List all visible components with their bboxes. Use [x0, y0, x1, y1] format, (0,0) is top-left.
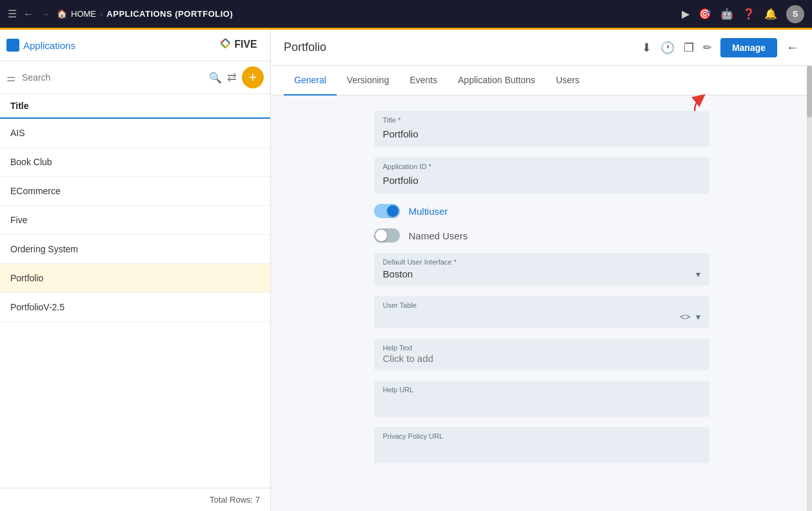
code-icon[interactable]: <> — [680, 312, 690, 322]
default-ui-field: Default User Interface * Boston ▾ — [374, 253, 709, 286]
multiuser-toggle[interactable] — [374, 204, 400, 218]
default-ui-chevron[interactable]: ▾ — [696, 269, 700, 279]
manage-button[interactable]: Manage — [720, 38, 777, 57]
tab-users[interactable]: Users — [546, 66, 590, 95]
user-table-field: User Table <> ▾ — [374, 296, 709, 328]
form-inner: Title * Application ID * M — [374, 111, 709, 463]
named-users-thumb — [375, 230, 387, 241]
tab-general[interactable]: General — [284, 66, 337, 95]
tab-events[interactable]: Events — [399, 66, 448, 95]
list-item[interactable]: AIS — [0, 119, 270, 148]
header-actions: ⬇ 🕐 ❐ ✏ Manage ← — [642, 38, 799, 57]
home-icon: 🏠 — [57, 9, 67, 19]
svg-line-3 — [221, 43, 226, 48]
help-url-label: Help URL — [383, 386, 700, 394]
user-table-icons: <> ▾ — [680, 312, 700, 322]
help-text-click-add[interactable]: Click to add — [383, 353, 700, 364]
privacy-policy-label: Privacy Policy URL — [383, 432, 700, 440]
named-users-toggle[interactable] — [374, 228, 400, 243]
user-table-row: <> ▾ — [383, 312, 700, 322]
app-id-label: Application ID * — [383, 163, 700, 170]
breadcrumb-separator: › — [100, 9, 103, 19]
sidebar: Applications FIVE ⚌ — [0, 30, 271, 511]
default-ui-label: Default User Interface * — [383, 258, 700, 266]
forward-nav-icon[interactable]: → — [40, 8, 50, 20]
transfer-icon[interactable]: ⇄ — [227, 70, 237, 85]
sidebar-header: Applications FIVE — [0, 30, 270, 61]
robot-icon[interactable]: 🤖 — [720, 8, 733, 20]
back-nav-icon[interactable]: ← — [23, 8, 34, 20]
list-item[interactable]: ECommerce — [0, 177, 270, 206]
app-id-input[interactable] — [383, 173, 700, 187]
search-icon[interactable]: 🔍 — [209, 72, 222, 84]
help-url-field: Help URL — [374, 381, 709, 417]
page-title: APPLICATIONS (PORTFOLIO) — [106, 9, 233, 19]
list-item-portfolio[interactable]: Portfolio — [0, 264, 270, 293]
apps-icon — [6, 39, 19, 52]
default-ui-select-row: Boston ▾ — [383, 268, 700, 279]
filter-icon[interactable]: ⚌ — [6, 72, 15, 84]
help-icon[interactable]: ❓ — [742, 8, 755, 20]
svg-text:FIVE: FIVE — [235, 39, 257, 50]
user-table-chevron[interactable]: ▾ — [696, 312, 700, 322]
list-items: AIS Book Club ECommerce Five Ordering Sy… — [0, 119, 270, 488]
history-icon[interactable]: 🕐 — [660, 41, 675, 55]
breadcrumb: 🏠 HOME › APPLICATIONS (PORTFOLIO) — [57, 9, 233, 19]
back-button[interactable]: ← — [786, 40, 799, 55]
search-input-wrap — [21, 70, 204, 85]
hamburger-icon[interactable]: ☰ — [8, 8, 17, 20]
five-logo: FIVE — [219, 35, 264, 55]
multiuser-row: Multiuser — [374, 204, 709, 218]
topbar: ☰ ← → 🏠 HOME › APPLICATIONS (PORTFOLIO) … — [0, 0, 812, 30]
copy-icon[interactable]: ❐ — [684, 41, 694, 55]
help-text-label: Help Text — [383, 344, 700, 352]
tab-versioning[interactable]: Versioning — [337, 66, 399, 95]
topbar-right: ▶ 🎯 🤖 ❓ 🔔 S — [682, 5, 804, 23]
svg-line-2 — [226, 39, 230, 43]
title-label: Title * — [383, 116, 700, 124]
home-label[interactable]: HOME — [71, 9, 96, 19]
content-area: Portfolio ⬇ 🕐 ❐ ✏ Manage ← General Versi… — [271, 30, 812, 511]
list-footer: Total Rows: 7 — [0, 488, 270, 511]
svg-line-4 — [226, 43, 230, 48]
help-text-field: Help Text Click to add — [374, 339, 709, 370]
apps-text[interactable]: Applications — [23, 40, 75, 51]
title-input[interactable] — [383, 126, 700, 141]
named-users-track — [374, 228, 400, 243]
avatar[interactable]: S — [786, 5, 804, 23]
main-layout: Applications FIVE ⚌ — [0, 30, 812, 511]
total-rows: Total Rows: 7 — [210, 495, 260, 505]
user-table-label: User Table — [383, 301, 700, 309]
named-users-row: Named Users — [374, 228, 709, 243]
search-input[interactable] — [21, 70, 204, 85]
form-area: Title * Application ID * M — [271, 95, 812, 511]
list-item[interactable]: PortfolioV-2.5 — [0, 293, 270, 322]
multiuser-thumb — [387, 205, 399, 217]
list-header: Title — [0, 94, 270, 119]
list-item[interactable]: Book Club — [0, 148, 270, 177]
tabs: General Versioning Events Application Bu… — [271, 66, 812, 95]
list-item[interactable]: Five — [0, 206, 270, 235]
default-ui-value[interactable]: Boston — [383, 268, 696, 279]
bell-icon[interactable]: 🔔 — [764, 8, 777, 20]
right-scrollbar[interactable] — [807, 66, 812, 511]
target-icon[interactable]: 🎯 — [698, 8, 711, 20]
svg-line-1 — [221, 39, 226, 43]
multiuser-label: Multiuser — [409, 206, 448, 217]
add-button[interactable]: + — [242, 66, 264, 88]
list-item[interactable]: Ordering System — [0, 235, 270, 264]
download-icon[interactable]: ⬇ — [642, 41, 651, 55]
named-users-label: Named Users — [409, 230, 468, 241]
privacy-policy-field: Privacy Policy URL — [374, 427, 709, 463]
privacy-policy-input[interactable] — [383, 443, 700, 457]
tab-application-buttons[interactable]: Application Buttons — [448, 66, 546, 95]
title-field: Title * — [374, 111, 709, 147]
help-url-input[interactable] — [383, 396, 700, 410]
content-title: Portfolio — [284, 41, 634, 54]
search-bar: ⚌ 🔍 ⇄ + — [0, 61, 270, 94]
apps-label: Applications — [6, 39, 75, 52]
play-icon[interactable]: ▶ — [682, 8, 689, 20]
content-header: Portfolio ⬇ 🕐 ❐ ✏ Manage ← — [271, 30, 812, 66]
multiuser-track — [374, 204, 400, 218]
edit-icon[interactable]: ✏ — [703, 41, 711, 54]
